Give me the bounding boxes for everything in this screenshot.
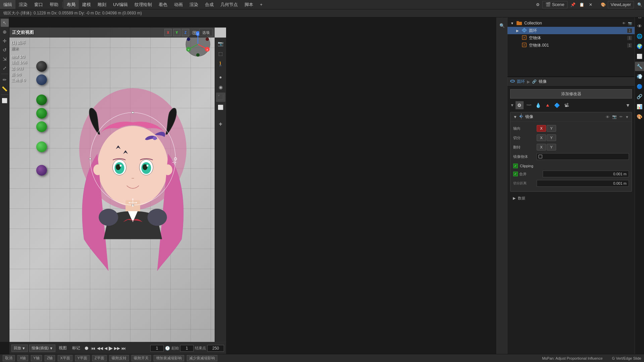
menu-model[interactable]: 建模 (79, 0, 94, 9)
bisect-y-btn[interactable]: Y (547, 134, 556, 141)
constraints-tab[interactable]: 🔗 (635, 92, 644, 101)
x-plane-btn[interactable]: X平面 (58, 355, 72, 361)
material-preview-btn[interactable]: ◉ (216, 82, 225, 92)
panel-search-icon[interactable]: 🔍 (497, 21, 507, 30)
menu-edit[interactable]: 编辑 (0, 0, 15, 9)
modifier-more-icon[interactable]: ▼ (624, 101, 632, 109)
flip-x-btn[interactable]: X (537, 144, 546, 150)
decrease-proportional-btn[interactable]: 减少衰减缩影响 (187, 355, 217, 361)
modifier-extra-icon[interactable]: 🔷 (553, 101, 561, 109)
increase-proportional-btn[interactable]: 增加衰减缩影响 (154, 355, 184, 361)
view-tab[interactable]: 👁 (635, 21, 644, 31)
copy-icon[interactable]: 📋 (578, 1, 586, 8)
mirror-show-viewport-icon[interactable]: 👁 (606, 115, 609, 119)
pin-icon[interactable]: 📌 (569, 1, 578, 8)
options-btn[interactable]: 选项 (199, 29, 213, 36)
mirror-obj-input[interactable] (537, 153, 629, 160)
modifier-shader-icon[interactable]: 🔺 (544, 101, 552, 109)
menu-geo[interactable]: 几何节点 (217, 0, 241, 9)
mirror-show-render-icon[interactable]: 📷 (612, 115, 617, 119)
close-scene-icon[interactable]: ✕ (586, 1, 595, 8)
walk-btn[interactable]: 🚶 (216, 59, 225, 68)
z-axis-btn[interactable]: Z轴 (45, 355, 55, 361)
y-axis-btn[interactable]: Y轴 (31, 355, 42, 361)
interpolation-selector[interactable]: 回放 ▼ (11, 345, 28, 352)
mirror-edit-icon[interactable]: ✏ (620, 115, 623, 119)
flip-y-btn[interactable]: Y (547, 144, 556, 150)
outliner-torus[interactable]: ▶ 圆环 1 (507, 27, 635, 34)
next-frame-btn[interactable]: ▶▶ (114, 346, 120, 351)
merge-value-input[interactable] (543, 171, 629, 177)
axis-x-btn[interactable]: X (164, 29, 172, 36)
merge-checkbox[interactable]: ✓ (513, 172, 518, 176)
x-axis-btn[interactable]: X轴 (17, 355, 28, 361)
viewport-3d[interactable]: 正交前视图 (1) 圆环 厘米 物体 1/3 顶点 1/36 边 0/33 面 … (9, 27, 226, 342)
menu-plus[interactable]: + (257, 0, 266, 9)
jump-start-btn[interactable]: ⏮ (91, 346, 96, 351)
modifier-tab[interactable]: 🔧 (635, 62, 644, 71)
outliner-empty1[interactable]: 空物体 1 (507, 34, 635, 42)
view-label[interactable]: 视图 (57, 345, 69, 352)
rotate-tool[interactable]: ↺ (1, 46, 9, 54)
prev-frame-btn[interactable]: ◀ (104, 346, 107, 351)
y-plane-btn[interactable]: Y平面 (75, 355, 90, 361)
menu-layout[interactable]: 布局 (63, 0, 79, 9)
menu-render[interactable]: 渲染 (15, 0, 31, 9)
start-frame-input[interactable] (180, 345, 194, 352)
axis-y-btn[interactable]: Y (173, 29, 180, 36)
modifier-physics-icon[interactable]: 💧 (534, 101, 542, 109)
z-plane-btn[interactable]: Z平面 (92, 355, 107, 361)
menu-help[interactable]: 帮助 (46, 0, 62, 9)
axis-x-btn[interactable]: X (537, 125, 546, 132)
prev-key-btn[interactable]: ◀◀ (97, 346, 103, 351)
menu-anim[interactable]: 动画 (171, 0, 186, 9)
mirror-expand-icon[interactable]: ▼ (513, 115, 517, 119)
overlay-icon[interactable]: ⊞ (191, 29, 198, 36)
current-frame-input[interactable] (150, 345, 164, 352)
axis-z-btn[interactable]: Z (182, 29, 189, 36)
jump-end-btn[interactable]: ⏭ (121, 346, 126, 351)
search-global-icon[interactable]: 🔍 (635, 1, 644, 8)
bisect-x-btn[interactable]: X (537, 134, 546, 141)
select-tool[interactable]: ↖ (1, 19, 9, 27)
move-tool[interactable]: ✛ (1, 37, 9, 45)
data-section[interactable]: ▶ 数据 (510, 194, 632, 202)
object-tab[interactable]: ⬜ (635, 52, 644, 61)
material-tab[interactable]: 🎨 (635, 112, 644, 121)
menu-script[interactable]: 脚本 (241, 0, 257, 9)
particles-tab[interactable]: 💨 (635, 72, 644, 81)
snap-reverse-btn[interactable]: 吸附反转 (109, 355, 129, 361)
play-btn[interactable]: ▶ (109, 345, 113, 351)
physics-tab[interactable]: 🔵 (635, 82, 644, 91)
cursor-tool[interactable]: ⊕ (1, 28, 9, 36)
add-modifier-btn[interactable]: 添加修改器 (510, 89, 632, 99)
wireframe-btn[interactable]: ⬜ (216, 103, 225, 112)
scene-tab[interactable]: 🌐 (635, 32, 644, 41)
menu-shade[interactable]: 着色 (155, 0, 171, 9)
render-preview-btn[interactable]: ● (216, 72, 225, 82)
renderlayer-icon[interactable]: 🎨 (599, 1, 608, 8)
add-cube-tool[interactable]: ⬜ (1, 97, 9, 105)
plus-tool-btn[interactable]: + (216, 119, 225, 129)
modifier-deform-icon[interactable]: 〰 (525, 101, 533, 109)
collection-render-icon[interactable]: 📷 (628, 21, 632, 25)
clipping-checkbox[interactable]: ✓ (513, 164, 518, 168)
mark-label[interactable]: 标记 (70, 345, 82, 352)
menu-window[interactable]: 窗口 (31, 0, 46, 9)
data-tab[interactable]: 📊 (635, 102, 644, 111)
scale-tool[interactable]: ⇲ (1, 55, 9, 63)
camera-view-btn[interactable]: 📷 (216, 39, 225, 48)
scene-selector[interactable]: 🎬 Scene (542, 1, 568, 8)
breadcrumb-torus-name[interactable]: 圆环 (517, 79, 525, 84)
menu-render2[interactable]: 渲染 (186, 0, 202, 9)
snap-toggle-btn[interactable]: 吸附开关 (131, 355, 151, 361)
end-frame-input[interactable] (207, 345, 224, 352)
perspective-btn[interactable]: ⬚ (216, 49, 225, 58)
collection-vis-icon[interactable]: 👁 (622, 21, 626, 25)
modifier-generate-icon[interactable]: ⚙ (516, 101, 524, 109)
outliner-collection[interactable]: ▼ Collection 👁 📷 (507, 19, 635, 27)
menu-comp[interactable]: 合成 (202, 0, 217, 9)
axis-y-btn[interactable]: Y (547, 125, 556, 132)
layout-icon[interactable]: ⚙ (534, 1, 542, 8)
cancel-btn[interactable]: 取消 (3, 355, 15, 361)
